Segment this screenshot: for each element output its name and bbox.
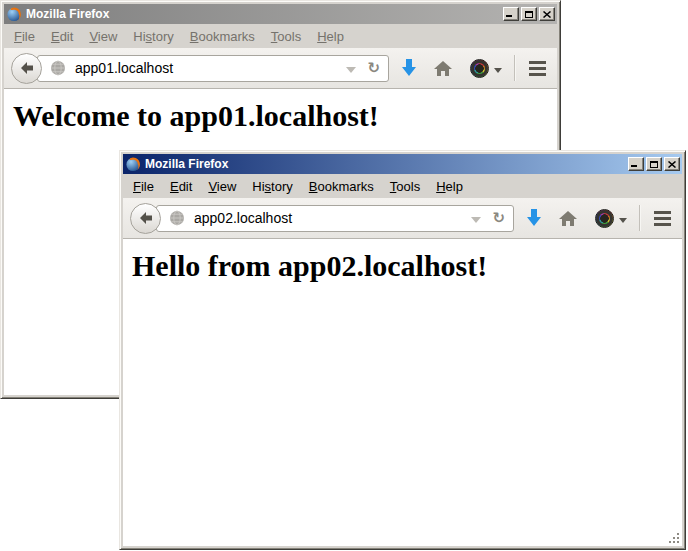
- minimize-button[interactable]: [503, 7, 519, 21]
- home-icon: [559, 211, 577, 226]
- menu-item-edit[interactable]: Edit: [43, 27, 81, 46]
- reload-icon[interactable]: ↻: [492, 211, 505, 226]
- chevron-down-icon: [619, 218, 627, 223]
- urlbar[interactable]: app01.localhost ↻: [37, 55, 389, 82]
- back-button[interactable]: [130, 203, 161, 234]
- back-icon: [19, 60, 35, 76]
- download-icon: [527, 209, 541, 227]
- window-app02: Mozilla Firefox File Edit View History B…: [119, 150, 686, 550]
- menu-button[interactable]: [529, 61, 546, 76]
- close-button[interactable]: [664, 157, 680, 171]
- maximize-button[interactable]: [521, 7, 537, 21]
- urlbar-history-dropdown-icon[interactable]: [346, 67, 356, 73]
- toolbar-separator: [639, 205, 640, 231]
- menu-item-edit[interactable]: Edit: [162, 177, 200, 196]
- globe-icon[interactable]: [169, 210, 185, 226]
- search-engine-icon: [470, 59, 489, 78]
- navigation-toolbar: app02.localhost ↻: [123, 198, 682, 239]
- back-button[interactable]: [11, 53, 42, 84]
- minimize-button[interactable]: [628, 157, 644, 171]
- search-engine-button[interactable]: [595, 209, 629, 228]
- globe-icon[interactable]: [50, 60, 66, 76]
- window-title: Mozilla Firefox: [26, 7, 501, 21]
- menu-item-tools[interactable]: Tools: [382, 177, 428, 196]
- resize-grip[interactable]: [668, 532, 681, 545]
- menu-item-file[interactable]: File: [125, 177, 162, 196]
- home-icon: [434, 61, 452, 76]
- maximize-button[interactable]: [646, 157, 662, 171]
- close-icon: [668, 161, 676, 168]
- menu-item-view[interactable]: View: [200, 177, 244, 196]
- hamburger-icon: [529, 61, 546, 76]
- download-button[interactable]: [402, 59, 416, 77]
- menu-button[interactable]: [654, 211, 671, 226]
- menu-item-help[interactable]: Help: [428, 177, 471, 196]
- menu-item-file[interactable]: File: [6, 27, 43, 46]
- titlebar[interactable]: Mozilla Firefox: [4, 4, 557, 24]
- menubar: File Edit View History Bookmarks Tools H…: [4, 24, 557, 48]
- hamburger-icon: [654, 211, 671, 226]
- search-engine-icon: [595, 209, 614, 228]
- menu-item-bookmarks[interactable]: Bookmarks: [301, 177, 382, 196]
- page-heading: Welcome to app01.localhost!: [13, 99, 557, 133]
- navigation-toolbar: app01.localhost ↻: [4, 48, 557, 89]
- menu-item-tools[interactable]: Tools: [263, 27, 309, 46]
- maximize-icon: [525, 11, 533, 18]
- window-controls: [501, 7, 555, 21]
- chevron-down-icon: [494, 68, 502, 73]
- url-text[interactable]: app01.localhost: [75, 60, 342, 76]
- back-icon: [138, 210, 154, 226]
- firefox-icon: [6, 6, 22, 22]
- home-button[interactable]: [559, 211, 577, 226]
- reload-icon[interactable]: ↻: [367, 61, 380, 76]
- download-button[interactable]: [527, 209, 541, 227]
- minimize-icon: [506, 15, 512, 17]
- firefox-icon: [125, 156, 141, 172]
- titlebar[interactable]: Mozilla Firefox: [123, 154, 682, 174]
- search-engine-button[interactable]: [470, 59, 504, 78]
- urlbar-history-dropdown-icon[interactable]: [471, 217, 481, 223]
- window-controls: [626, 157, 680, 171]
- home-button[interactable]: [434, 61, 452, 76]
- menu-item-view[interactable]: View: [81, 27, 125, 46]
- close-button[interactable]: [539, 7, 555, 21]
- close-icon: [543, 11, 551, 18]
- page-heading: Hello from app02.localhost!: [132, 249, 682, 283]
- url-text[interactable]: app02.localhost: [194, 210, 467, 226]
- window-title: Mozilla Firefox: [145, 157, 626, 171]
- download-icon: [402, 59, 416, 77]
- toolbar-separator: [514, 55, 515, 81]
- menu-item-help[interactable]: Help: [309, 27, 352, 46]
- menubar: File Edit View History Bookmarks Tools H…: [123, 174, 682, 198]
- menu-item-bookmarks[interactable]: Bookmarks: [182, 27, 263, 46]
- maximize-icon: [650, 161, 658, 168]
- browser-content: Hello from app02.localhost!: [123, 239, 682, 546]
- menu-item-history[interactable]: History: [125, 27, 181, 46]
- minimize-icon: [631, 165, 637, 167]
- urlbar[interactable]: app02.localhost ↻: [156, 205, 514, 232]
- menu-item-history[interactable]: History: [244, 177, 300, 196]
